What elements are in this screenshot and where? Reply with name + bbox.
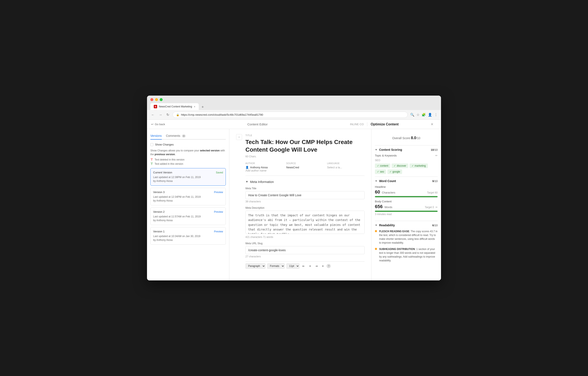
headline-target: Target 60: [427, 191, 438, 194]
word-count-toggle[interactable]: ▼: [375, 179, 378, 183]
maximize-traffic-light[interactable]: [160, 98, 163, 101]
add-indicator: ⊤ Text added in this version: [150, 162, 226, 166]
version2-title: Version 2: [153, 210, 165, 213]
align-right-button[interactable]: ⇥: [314, 264, 319, 269]
address-bar[interactable]: 🔒 https://cmp.newscred.com/cloud/task/5c…: [173, 112, 408, 118]
language-select[interactable]: Select a la...: [327, 166, 365, 169]
title-label: TITLE: [245, 134, 365, 137]
keyword-tag: ✓ google: [387, 169, 402, 174]
content-scoring-header[interactable]: ▼ Content Scoring 10/10: [375, 145, 438, 154]
readability-section: ▼ Readability 6/10 FLESCH READING: [375, 221, 438, 267]
profile-icon[interactable]: 👤: [428, 113, 432, 117]
keyword-tag: ✓ content: [375, 164, 390, 168]
go-back-label: Go back: [155, 123, 165, 126]
body-target-edit-icon[interactable]: ✏: [436, 206, 438, 209]
subheading-text: SUBHEADING DISTRIBUTION: 1 section of yo…: [379, 247, 438, 262]
author-icon: 👤: [245, 166, 249, 169]
size-select[interactable]: 11pt: [286, 263, 299, 269]
add-marker: ⊤: [150, 162, 153, 166]
new-tab-button[interactable]: +: [200, 104, 206, 110]
menu-icon[interactable]: ⋮: [434, 113, 438, 117]
current-version-meta: Last updated at 12:38PM on Feb 11, 2019 …: [153, 175, 223, 183]
version3-preview-link[interactable]: Preview: [214, 191, 223, 194]
content-scoring-section: ▼ Content Scoring 10/10 Topic & Keywords…: [375, 145, 438, 177]
meta-section-toggle[interactable]: ▼: [245, 180, 248, 183]
collapse-button[interactable]: ‹: [236, 134, 242, 140]
comments-badge: 0: [182, 134, 186, 137]
formats-select[interactable]: Formats: [267, 263, 285, 269]
headline-progress-bar: [375, 196, 438, 197]
headline-unit: Characters: [382, 191, 395, 194]
meta-url-field: Meta URL Slug 27 characters: [245, 242, 365, 258]
close-traffic-light[interactable]: [150, 98, 153, 101]
current-version-title: Current Version: [153, 171, 172, 174]
refresh-button[interactable]: ↻: [166, 112, 170, 118]
show-changes-label: Show Changes: [155, 143, 174, 146]
readability-score: 6/10: [432, 224, 438, 227]
subheading-dot: [375, 248, 377, 250]
delete-marker: ⊤: [150, 158, 153, 161]
author-field: AUTHOR 👤 Anthony Aiosa Add author name: [245, 162, 283, 172]
align-center-button[interactable]: ≡: [308, 264, 312, 269]
word-count-title: Word Count: [379, 179, 431, 183]
version2-preview-link[interactable]: Preview: [214, 210, 223, 213]
body-progress-fill: [375, 211, 438, 212]
help-button[interactable]: ?: [326, 264, 331, 268]
meta-desc-hint: 421 characters 71 words: [245, 236, 365, 239]
paragraph-select[interactable]: Paragraph: [245, 263, 265, 269]
minimize-traffic-light[interactable]: [155, 98, 158, 101]
version1-preview-link[interactable]: Preview: [214, 230, 223, 233]
headline-count: Headline 60 Characters Target 60: [375, 185, 438, 197]
source-value: NewsCred: [286, 166, 299, 169]
article-title[interactable]: Tech Talk: How Our CMP Helps Create Cont…: [245, 138, 365, 154]
version3-card: Version 3 Preview Last updated at 12:34P…: [150, 188, 226, 205]
flesch-dot: [375, 230, 377, 232]
tab-comments[interactable]: Comments 0: [166, 133, 186, 139]
changes-info: Show Changes allows you to compare your …: [150, 149, 226, 156]
readability-toggle[interactable]: ▼: [375, 224, 378, 227]
readability-title: Readability: [379, 223, 431, 227]
keywords-edit-icon[interactable]: ✏: [435, 154, 438, 157]
go-back-icon: ↩: [151, 123, 154, 126]
content-scoring-score: 10/10: [431, 148, 438, 151]
readability-header[interactable]: ▼ Readability 6/10: [375, 221, 438, 230]
add-author-button[interactable]: Add author name: [245, 169, 283, 172]
meta-title-input[interactable]: [245, 191, 365, 199]
tab-close-button[interactable]: ✕: [194, 106, 195, 108]
keyword-tag: ✓ seo: [375, 169, 386, 174]
bookmark-icon[interactable]: ☆: [417, 113, 420, 117]
headline-value: 60: [375, 189, 380, 195]
show-changes-checkbox[interactable]: [150, 143, 153, 146]
current-version-card: Current Version Saved Last updated at 12…: [150, 168, 226, 186]
keyword-tag: ✓ marketing: [410, 164, 428, 168]
word-count-header[interactable]: ▼ Word Count 9/10: [375, 177, 438, 185]
content-scoring-toggle[interactable]: ▼: [375, 148, 378, 151]
align-justify-button[interactable]: ≡: [321, 264, 325, 269]
forward-button[interactable]: →: [158, 112, 163, 118]
meta-desc-input[interactable]: [245, 211, 365, 234]
go-back-button[interactable]: ↩ Go back: [151, 123, 165, 126]
tab-title: NewsCred Content Marketing: [159, 105, 192, 108]
body-progress-bar: [375, 211, 438, 212]
extensions-icon[interactable]: 🧩: [421, 113, 426, 117]
tab-versions[interactable]: Versions: [150, 133, 162, 140]
align-left-button[interactable]: ⇤: [301, 264, 306, 269]
content-scoring-title: Content Scoring: [379, 148, 429, 151]
inline-co-label: INLINE CO: [350, 123, 364, 126]
flesch-text: FLESCH READING EASE: The copy scores 43.…: [379, 230, 438, 245]
body-count: Body Content 656 Words Target 0 ✏: [375, 200, 438, 216]
topic-keywords-label: Topic & Keywords: [375, 154, 397, 157]
search-icon[interactable]: 🔍: [410, 113, 414, 117]
browser-tab[interactable]: N NewsCred Content Marketing ✕: [150, 103, 199, 110]
keyword-tags: ✓ content✓ discover✓ marketing✓ seo✓ goo…: [375, 164, 438, 174]
version3-meta: Last updated at 12:34PM on Feb 11, 2019 …: [153, 195, 223, 203]
flesch-item: FLESCH READING EASE: The copy scores 43.…: [375, 230, 438, 245]
seo-label: SEO: [375, 159, 438, 162]
meta-url-input[interactable]: [245, 246, 365, 254]
back-button[interactable]: ←: [150, 112, 156, 118]
body-value: 656: [375, 204, 383, 209]
word-count-content: Headline 60 Characters Target 60: [375, 185, 438, 221]
close-optimize-button[interactable]: ✕: [431, 122, 433, 126]
version2-card: Version 2 Preview Last updated at 11:57A…: [150, 208, 226, 225]
author-name: Anthony Aiosa: [250, 166, 268, 169]
